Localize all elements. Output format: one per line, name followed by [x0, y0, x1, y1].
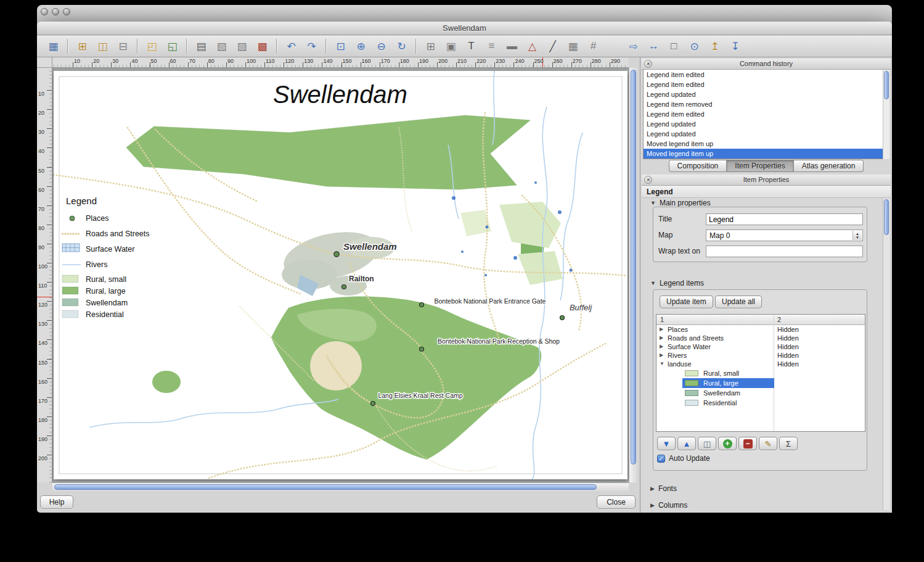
wrap-text-input[interactable]	[706, 246, 863, 257]
command-history-item[interactable]: Legend item edited	[644, 109, 889, 119]
add-group-button[interactable]: ◫	[698, 437, 716, 450]
lower-items-icon[interactable]: ↧	[727, 39, 743, 54]
command-history-item[interactable]: Legend item removed	[644, 99, 889, 109]
add-label-icon[interactable]: T	[464, 39, 479, 54]
undo-icon[interactable]: ↶	[284, 39, 299, 54]
command-history-item[interactable]: Legend item edited	[644, 80, 889, 89]
ruler-label: 160	[38, 379, 47, 385]
redo-icon[interactable]: ↷	[304, 39, 319, 54]
command-history-scrollbar[interactable]	[883, 70, 889, 159]
help-button[interactable]: Help	[40, 495, 73, 509]
ruler-label: 110	[38, 283, 47, 289]
add-attribute-table-icon[interactable]: ▦	[565, 39, 581, 54]
export-image-icon[interactable]: ▧	[214, 39, 229, 54]
select-items-icon[interactable]: □	[666, 39, 682, 54]
refresh-icon[interactable]: ↻	[394, 39, 409, 54]
new-composition-icon[interactable]: ⊞	[75, 39, 90, 54]
legend-tree-row[interactable]: ▼landuseHidden	[656, 360, 865, 368]
section-columns[interactable]: ▶ Columns	[650, 500, 687, 510]
panel-close-icon[interactable]: ✕	[644, 176, 652, 184]
legend-tree-row[interactable]: Rural, large	[656, 378, 865, 388]
zoom-full-icon[interactable]: ⊡	[333, 39, 348, 54]
legend-tree-row[interactable]: Rural, small	[656, 368, 865, 378]
add-html-icon[interactable]: #	[586, 39, 601, 54]
disclosure-triangle-icon[interactable]: ▶	[660, 335, 663, 341]
add-image-icon[interactable]: ▣	[443, 39, 459, 54]
legend-tree-row[interactable]: ▶PlacesHidden	[656, 325, 865, 334]
disclosure-triangle-icon[interactable]: ▶	[660, 326, 663, 332]
load-from-template-icon[interactable]: ◰	[144, 39, 160, 54]
scrollbar-thumb[interactable]	[884, 199, 889, 235]
raise-items-icon[interactable]: ↥	[707, 39, 722, 54]
remove-item-button[interactable]: −	[738, 437, 757, 450]
command-history-item[interactable]: Legend item edited	[644, 70, 889, 80]
disclosure-triangle-icon[interactable]: ▼	[660, 361, 664, 366]
zoom-out-icon[interactable]: ⊖	[374, 39, 389, 54]
titlebar[interactable]: Swellendam	[37, 22, 892, 35]
duplicate-composition-icon[interactable]: ◫	[95, 39, 110, 54]
move-item-icon[interactable]: ⇨	[626, 39, 641, 54]
title-input[interactable]	[706, 213, 863, 225]
disclosure-triangle-icon[interactable]: ▶	[660, 352, 663, 358]
legend-tree-row[interactable]: ▶Surface WaterHidden	[656, 342, 865, 351]
add-legend-icon[interactable]: ≡	[484, 39, 499, 54]
add-map-icon[interactable]: ⊞	[423, 39, 438, 54]
section-legend-items[interactable]: ▼ Legend items	[650, 278, 704, 287]
column-1-header: 1	[660, 316, 664, 323]
map-select[interactable]: Map 0 ▲▼	[706, 229, 863, 241]
zoom-traffic-light-icon[interactable]	[63, 8, 70, 15]
save-project-icon[interactable]: ▦	[46, 39, 61, 54]
canvas-horizontal-scrollbar[interactable]	[52, 482, 629, 491]
add-item-button[interactable]: +	[718, 437, 737, 450]
tab-atlas-generation[interactable]: Atlas generation	[794, 160, 864, 172]
command-history-item[interactable]: Legend updated	[644, 129, 889, 139]
properties-scrollbar[interactable]	[883, 198, 889, 510]
add-shape-icon[interactable]: △	[525, 39, 540, 54]
disclosure-triangle-icon[interactable]: ▶	[660, 344, 663, 349]
command-history-item[interactable]: Moved legend item up	[644, 149, 889, 159]
add-scalebar-icon[interactable]: ▬	[504, 39, 520, 54]
ruler-label: 30	[112, 58, 118, 64]
close-button[interactable]: Close	[597, 495, 636, 509]
minimize-traffic-light-icon[interactable]	[52, 8, 59, 15]
add-arrow-icon[interactable]: ╱	[545, 39, 560, 54]
zoom-in-icon[interactable]: ⊕	[353, 39, 369, 54]
move-item-down-button[interactable]: ▼	[657, 437, 676, 450]
export-svg-icon[interactable]: ▨	[234, 39, 250, 54]
update-all-button[interactable]: Update all	[715, 295, 762, 308]
canvas-vertical-scrollbar[interactable]	[629, 68, 637, 482]
composer-manager-icon[interactable]: ⊟	[115, 39, 131, 54]
command-history-item[interactable]: Moved legend item up	[644, 139, 889, 149]
count-features-button[interactable]: Σ	[779, 437, 798, 450]
scrollbar-thumb[interactable]	[631, 70, 636, 465]
legend-tree-row[interactable]: Residential	[656, 398, 865, 408]
tab-item-properties[interactable]: Item Properties	[727, 160, 793, 172]
close-traffic-light-icon[interactable]	[41, 8, 48, 15]
export-pdf-icon[interactable]: ▩	[255, 39, 270, 54]
command-history-item[interactable]: Legend updated	[644, 89, 889, 99]
scrollbar-thumb[interactable]	[54, 484, 597, 490]
zoom-to-item-icon[interactable]: ⊙	[687, 39, 702, 54]
legend-tree-row[interactable]: ▶RiversHidden	[656, 351, 865, 360]
tab-composition[interactable]: Composition	[669, 160, 727, 172]
move-item-up-button[interactable]: ▲	[677, 437, 696, 450]
composition-paper[interactable]: Swellendam Legend PlacesRoads and Street…	[54, 71, 628, 479]
scrollbar-thumb[interactable]	[884, 71, 889, 99]
legend-tree-row[interactable]: Swellendam	[656, 388, 865, 398]
composition-canvas[interactable]: Swellendam Legend PlacesRoads and Street…	[52, 68, 629, 482]
ruler-label: 70	[38, 206, 44, 212]
section-fonts[interactable]: ▶ Fonts	[650, 484, 677, 493]
legend-tree-row[interactable]: ▶Roads and StreetsHidden	[656, 334, 865, 342]
command-history-item[interactable]: Legend updated	[644, 119, 889, 129]
edit-item-button[interactable]: ✎	[759, 437, 777, 450]
stepper-arrows-icon[interactable]: ▲▼	[852, 231, 862, 240]
section-main-properties[interactable]: ▼ Main properties	[650, 198, 711, 207]
save-as-template-icon[interactable]: ◱	[165, 39, 180, 54]
item-properties-titlebar: ✕ Item Properties	[642, 175, 891, 186]
auto-update-checkbox[interactable]: ✓	[657, 455, 665, 463]
print-icon[interactable]: ▤	[194, 39, 209, 54]
move-item-content-icon[interactable]: ↔	[646, 39, 661, 54]
edit-item-icon: ✎	[765, 440, 772, 448]
panel-close-icon[interactable]: ✕	[644, 60, 652, 68]
update-item-button[interactable]: Update item	[660, 295, 713, 308]
